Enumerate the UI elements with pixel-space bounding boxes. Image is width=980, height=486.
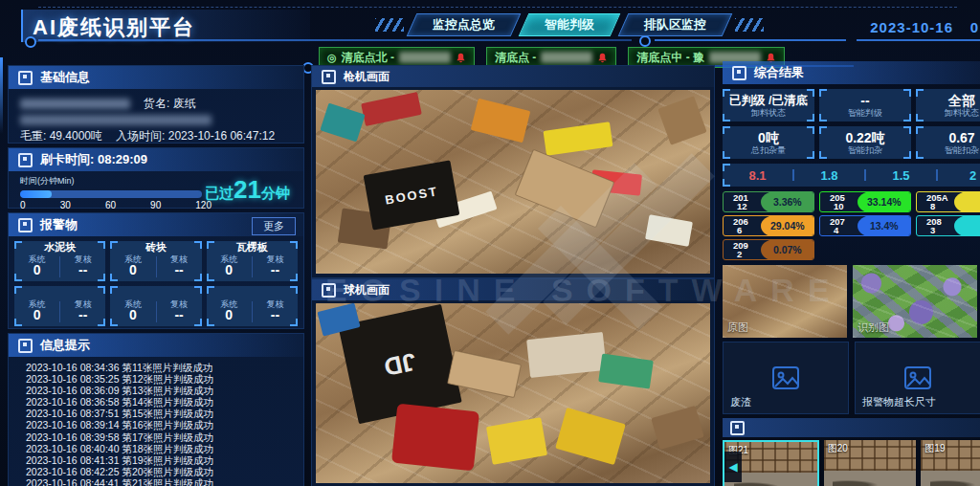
stat-card: 0.22吨智能扣杂	[819, 126, 911, 159]
grade-chip: 2083	[916, 215, 980, 236]
image-placeholder-icon	[771, 365, 800, 390]
photo-fragment	[391, 404, 479, 472]
ball-camera-photo: JD	[316, 303, 710, 483]
panel-header: 球机画面	[312, 279, 714, 300]
placeholder-cards: 废渣 报警物超长尺寸	[723, 342, 980, 414]
panel-title: 球机画面	[344, 282, 390, 298]
thumbnail-19[interactable]: 图19	[921, 440, 980, 486]
grade-percent: 29.04%	[761, 215, 814, 236]
elapsed-progress-bar	[20, 190, 202, 198]
log-entry: 2023-10-16 08:35:25 第12张照片判级成功	[26, 373, 303, 385]
photo-fragment	[556, 408, 627, 465]
alarm-card: 系统0 复核--	[14, 286, 105, 326]
panel-title: 报警物	[40, 216, 78, 233]
photo-tag: 识别图	[858, 320, 889, 335]
photo-tag: 原图	[727, 320, 748, 335]
basic-info-panel: 基础信息 货名: 废纸 毛重: 49.4000吨 入场时间: 2023-10-1…	[8, 65, 304, 144]
photo-fragment	[543, 122, 612, 156]
progress-fill	[20, 190, 52, 198]
log-entry: 2023-10-16 08:44:41 第21张照片判级成功	[26, 477, 303, 486]
grade-chip: 20112 3.36%	[723, 191, 814, 212]
boost-label: BOOST	[384, 183, 439, 207]
more-button[interactable]: 更多	[252, 217, 296, 235]
panel-header: 基础信息	[9, 66, 303, 89]
log-entry: 2023-10-16 08:40:40 第18张照片判级成功	[26, 443, 303, 454]
waste-residue-card: 废渣	[723, 342, 849, 414]
tab-monitor-overview[interactable]: 监控点总览	[412, 13, 516, 36]
tab-queue-monitor[interactable]: 排队区监控	[623, 13, 727, 36]
panel-header: 枪机画面	[312, 66, 714, 87]
ratio-value: 1.5	[866, 168, 936, 183]
panel-title: 刷卡时间: 08:29:09	[40, 151, 147, 168]
ball-camera-panel: 球机画面 JD	[311, 278, 715, 486]
image-placeholder-icon	[903, 365, 932, 390]
results-column: 综合结果 已判级 /已清底卸料状态 --智能判级 全部卸料状态 0吨总扣杂量 0…	[723, 61, 980, 486]
panel-icon	[18, 218, 33, 232]
panel-header: 综合结果	[723, 61, 980, 84]
panel-icon	[730, 421, 745, 435]
panel-icon	[18, 339, 33, 353]
panel-title: 信息提示	[40, 337, 90, 354]
alarm-name: 砖块	[110, 241, 201, 254]
thumbnail-strip: ◀ 图21 图20 图19	[723, 440, 980, 486]
alarm-name	[110, 286, 201, 298]
recognized-photo: 识别图	[853, 265, 977, 338]
grade-percent	[954, 215, 980, 236]
ai-waste-paper-platform: AI废纸识别平台 监控点总览 智能判级 排队区监控 2023-10-16 0 ◎…	[0, 0, 980, 486]
header-time-partial: 0	[970, 19, 978, 35]
panel-title: 枪机画面	[344, 69, 390, 85]
oversize-alarm-card: 报警物超长尺寸	[855, 342, 980, 414]
panel-icon	[18, 153, 33, 167]
header-divider	[38, 39, 632, 41]
log-entry: 2023-10-16 08:34:36 第11张照片判级成功	[26, 362, 303, 373]
camera-label: 清底点 -	[495, 50, 536, 66]
alarm-card: 瓦楞板 系统0 复核--	[207, 241, 298, 281]
log-entry: 2023-10-16 08:39:14 第16张照片判级成功	[26, 419, 303, 431]
panel-icon	[732, 66, 746, 80]
slash-decor-icon	[735, 18, 764, 32]
placeholder-label: 废渣	[730, 395, 751, 409]
panel-icon	[322, 283, 336, 298]
alarm-name: 水泥块	[14, 241, 105, 254]
photo-fragment	[486, 417, 547, 464]
photo-fragment	[645, 215, 693, 248]
grade-chip: 2066 29.04%	[723, 215, 814, 236]
camera-label: 清底点中 - 豫	[636, 50, 704, 66]
redacted-value	[20, 115, 212, 125]
target-icon: ◎	[327, 52, 337, 64]
grade-chip: 20510 33.14%	[819, 191, 911, 212]
slash-decor-icon	[375, 18, 404, 32]
tab-label: 智能判级	[545, 17, 594, 32]
alarm-name	[207, 286, 298, 298]
progress-ticks: 0306090120	[20, 200, 212, 210]
photo-fragment	[362, 92, 423, 126]
alarm-items-panel: 报警物 更多 水泥块 系统0 复核-- 砖块 系统0	[8, 212, 304, 329]
grade-percent	[954, 191, 980, 212]
main-tabs: 监控点总览 智能判级 排队区监控	[375, 13, 764, 36]
panel-header: 刷卡时间: 08:29:09	[9, 148, 303, 171]
grade-chip: 205A8	[916, 191, 980, 212]
elapsed-time: 已过21分钟	[205, 175, 290, 205]
tab-smart-grading[interactable]: 智能判级	[523, 13, 615, 36]
header-date: 2023-10-16	[870, 19, 953, 35]
log-entry: 2023-10-16 08:41:31 第19张照片判级成功	[26, 454, 303, 466]
stat-card: 0.67智能扣杂	[916, 126, 980, 159]
thumbnail-panel: ◀ 图21 图20 图19	[723, 418, 980, 486]
alarm-card: 水泥块 系统0 复核--	[14, 241, 105, 281]
alarm-card: 砖块 系统0 复核--	[110, 241, 201, 281]
thumbnail-20[interactable]: 图20	[824, 440, 917, 486]
log-entry: 2023-10-16 08:36:09 第13张照片判级成功	[26, 385, 303, 396]
ratio-value: 8.1	[723, 168, 792, 183]
panel-icon	[322, 70, 336, 84]
header-divider	[655, 39, 846, 41]
photo-fragment	[471, 99, 531, 144]
stat-card: 全部卸料状态	[916, 89, 980, 122]
grade-chips: 20112 3.36% 20510 33.14% 205A8 2066 29.0…	[723, 191, 980, 260]
plate-blurred	[399, 52, 451, 63]
swipe-time-panel: 刷卡时间: 08:29:09 时间(分钟Min) 0306090120 已过21…	[8, 147, 304, 209]
prev-arrow-button[interactable]: ◀	[724, 452, 742, 482]
stat-card: 已判级 /已清底卸料状态	[723, 89, 814, 122]
photo-fragment	[598, 354, 654, 389]
camera-label: 清底点北 -	[342, 50, 394, 66]
panel-header: 报警物 更多	[9, 213, 303, 236]
